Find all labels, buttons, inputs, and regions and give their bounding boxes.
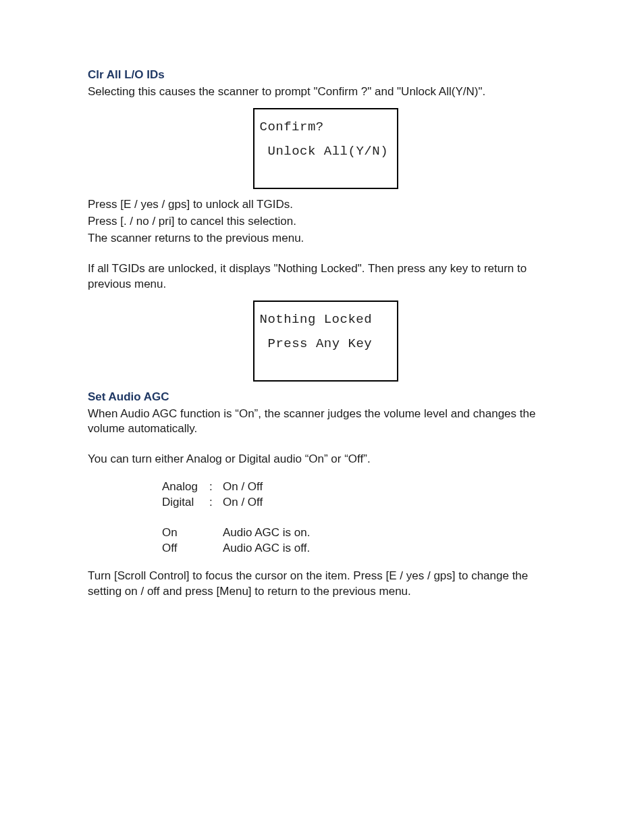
cell-colon: :	[209, 495, 223, 511]
cell-label: On	[162, 525, 209, 541]
cell-label: Off	[162, 541, 209, 556]
cell-value: Audio AGC is off.	[223, 541, 358, 556]
cell-value: On / Off	[223, 495, 358, 511]
table-row: Digital : On / Off	[162, 495, 563, 511]
lcd-line: Unlock All(Y/N)	[259, 139, 393, 163]
cell-label: Digital	[162, 495, 209, 511]
cell-colon	[209, 541, 223, 556]
agc-settings-table: Analog : On / Off Digital : On / Off On …	[162, 479, 563, 556]
cell-colon: :	[209, 479, 223, 495]
cell-value: On / Off	[223, 479, 358, 495]
paragraph: You can turn either Analog or Digital au…	[88, 452, 563, 467]
paragraph: When Audio AGC function is “On”, the sca…	[88, 407, 563, 438]
document-page: Clr All L/O IDs Selecting this causes th…	[0, 0, 644, 834]
paragraph: Press [. / no / pri] to cancel this sele…	[88, 214, 563, 230]
lcd-display-confirm: Confirm? Unlock All(Y/N)	[253, 108, 398, 189]
paragraph: If all TGIDs are unlocked, it displays "…	[88, 261, 563, 292]
lcd-line: Confirm?	[259, 115, 393, 139]
lcd-line: Press Any Key	[259, 332, 393, 356]
section-title-clr: Clr All L/O IDs	[88, 68, 563, 83]
section-title-agc: Set Audio AGC	[88, 390, 563, 405]
paragraph: Press [E / yes / gps] to unlock all TGID…	[88, 197, 563, 213]
cell-label: Analog	[162, 479, 209, 495]
cell-value: Audio AGC is on.	[223, 525, 358, 541]
cell-colon	[209, 525, 223, 541]
table-row: On Audio AGC is on.	[162, 525, 563, 541]
paragraph: Turn [Scroll Control] to focus the curso…	[88, 569, 563, 600]
paragraph: Selecting this causes the scanner to pro…	[88, 84, 563, 100]
table-row: Off Audio AGC is off.	[162, 541, 563, 556]
lcd-display-nothing-locked: Nothing Locked Press Any Key	[253, 301, 398, 382]
table-row: Analog : On / Off	[162, 479, 563, 495]
lcd-line: Nothing Locked	[259, 307, 393, 332]
paragraph: The scanner returns to the previous menu…	[88, 231, 563, 246]
